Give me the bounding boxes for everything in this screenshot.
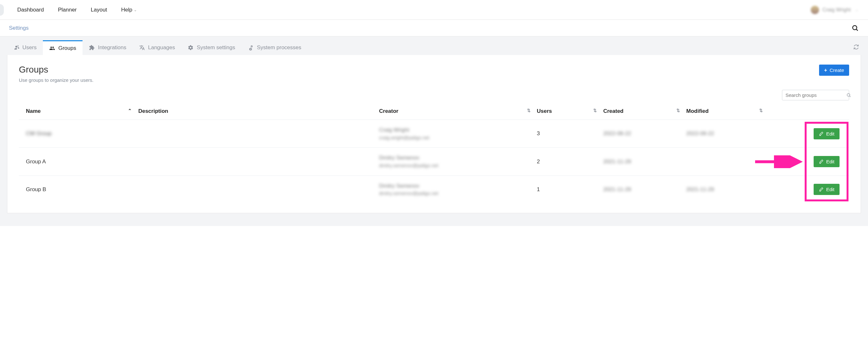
edit-button-label: Edit [826, 187, 834, 192]
sort-asc-icon: ⌃ [128, 108, 132, 113]
table-row: Group A Dmitry Semenovdmitry.semenov@pal… [19, 148, 849, 175]
page-subtitle: Use groups to organize your users. [19, 77, 819, 83]
tab-system-processes[interactable]: System processes [242, 41, 308, 55]
col-creator[interactable]: Creator⇅ [376, 104, 533, 120]
tab-integrations[interactable]: Integrations [83, 41, 133, 55]
svg-point-2 [847, 93, 850, 96]
row-users: 3 [534, 120, 600, 148]
sort-icon: ⇅ [593, 108, 597, 113]
row-creator: Craig Wrightcraig.wright@paligo.net [379, 126, 530, 141]
sort-icon: ⇅ [676, 108, 680, 113]
gear-icon [188, 45, 193, 51]
tab-languages[interactable]: Languages [133, 41, 181, 55]
edit-icon [819, 131, 824, 136]
create-button-label: Create [830, 67, 844, 73]
global-search-button[interactable] [851, 24, 859, 32]
col-users[interactable]: Users⇅ [534, 104, 600, 120]
sort-icon: ⇅ [759, 108, 763, 113]
nav-dashboard[interactable]: Dashboard [10, 0, 51, 20]
edit-button[interactable]: Edit [814, 184, 840, 195]
refresh-button[interactable] [851, 40, 861, 55]
row-modified: 2021-11-29 [686, 186, 714, 192]
row-created: 2022-08-22 [603, 130, 631, 136]
search-icon [846, 93, 851, 98]
tab-system-processes-label: System processes [257, 44, 301, 51]
create-button[interactable]: + Create [819, 65, 849, 76]
nav-help-label: Help [121, 7, 132, 13]
avatar [811, 6, 819, 14]
tab-groups-label: Groups [58, 45, 76, 52]
svg-point-0 [852, 26, 857, 30]
tab-languages-label: Languages [148, 44, 175, 51]
user-name: Craig Wright [822, 7, 851, 13]
table-row: Group B Dmitry Semenovdmitry.semenov@pal… [19, 175, 849, 203]
groups-table: Name⌃ Description Creator⇅ Users⇅ Create… [19, 104, 849, 203]
plus-icon: + [824, 68, 827, 73]
row-name[interactable]: Group B [26, 186, 46, 192]
col-description[interactable]: Description [135, 104, 376, 120]
refresh-icon [853, 44, 859, 50]
row-users: 2 [534, 148, 600, 175]
sort-icon: ⇅ [527, 108, 531, 113]
svg-line-1 [857, 29, 858, 31]
row-created: 2021-11-29 [603, 159, 631, 165]
row-users: 1 [534, 175, 600, 203]
edit-button[interactable]: Edit [814, 128, 840, 139]
nav-help[interactable]: Help ⌄ [114, 0, 144, 20]
row-modified: 2022-08-22 [686, 130, 714, 136]
table-row: CW Group Craig Wrightcraig.wright@paligo… [19, 120, 849, 148]
language-icon [139, 45, 145, 51]
row-creator: Dmitry Semenovdmitry.semenov@paligo.net [379, 154, 530, 169]
tab-system-settings[interactable]: System settings [181, 41, 242, 55]
edit-button[interactable]: Edit [814, 156, 840, 167]
search-input[interactable] [785, 92, 846, 98]
row-created: 2021-11-29 [603, 186, 631, 192]
svg-line-3 [849, 96, 850, 97]
tab-users[interactable]: Users [7, 41, 43, 55]
gears-icon [248, 45, 254, 51]
logo-placeholder [0, 4, 4, 16]
row-creator: Dmitry Semenovdmitry.semenov@paligo.net [379, 182, 530, 197]
chevron-down-icon: ⌄ [134, 8, 137, 12]
user-menu[interactable]: Craig Wright ⌄ [811, 6, 859, 14]
edit-icon [819, 159, 824, 164]
tab-groups[interactable]: Groups [43, 40, 83, 55]
page-body: Users Groups Integrations Languages Syst… [0, 36, 868, 226]
group-icon [49, 45, 55, 51]
col-name[interactable]: Name⌃ [19, 104, 135, 120]
col-modified[interactable]: Modified⇅ [683, 104, 766, 120]
users-icon [13, 45, 19, 51]
nav-layout[interactable]: Layout [84, 0, 114, 20]
edit-button-label: Edit [826, 159, 834, 164]
row-name[interactable]: CW Group [26, 130, 52, 136]
col-created[interactable]: Created⇅ [600, 104, 683, 120]
edit-button-label: Edit [826, 131, 834, 136]
page-title: Groups [19, 65, 819, 75]
table-wrapper: Name⌃ Description Creator⇅ Users⇅ Create… [19, 104, 849, 203]
tab-users-label: Users [22, 44, 36, 51]
tab-system-settings-label: System settings [197, 44, 235, 51]
puzzle-icon [89, 45, 95, 51]
tab-integrations-label: Integrations [98, 44, 126, 51]
settings-tabs: Users Groups Integrations Languages Syst… [7, 36, 861, 55]
search-groups-wrapper[interactable] [782, 90, 849, 100]
groups-panel: Groups Use groups to organize your users… [7, 55, 861, 213]
nav-planner[interactable]: Planner [51, 0, 84, 20]
subheader: Settings [0, 20, 868, 36]
chevron-down-icon: ⌄ [855, 8, 859, 12]
breadcrumb-settings[interactable]: Settings [9, 25, 28, 31]
edit-icon [819, 187, 824, 192]
row-name[interactable]: Group A [26, 159, 46, 165]
top-nav: Dashboard Planner Layout Help ⌄ Craig Wr… [0, 0, 868, 20]
